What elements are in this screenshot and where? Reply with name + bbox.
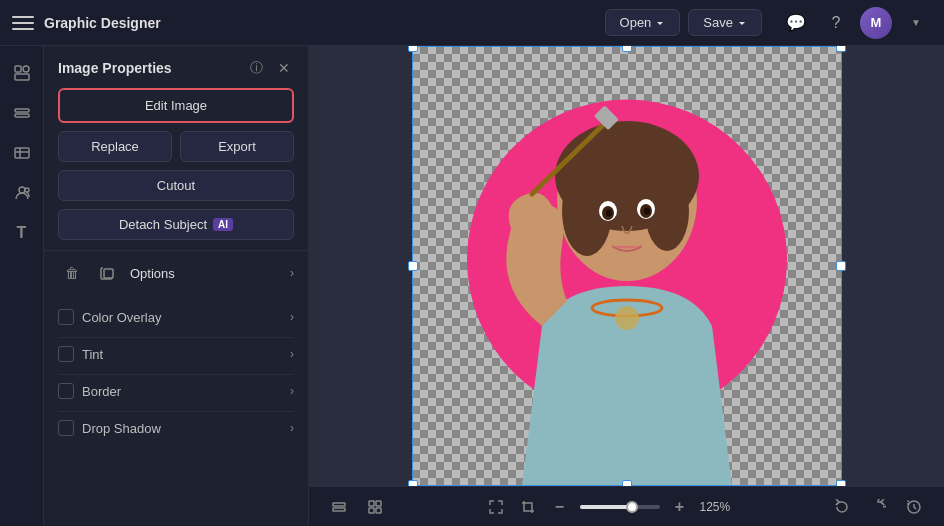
- border-chevron-icon: ›: [290, 384, 294, 398]
- bottom-left-controls: [325, 493, 389, 521]
- layers-icon-button[interactable]: [5, 96, 39, 130]
- properties-panel: Image Properties ⓘ ✕ Edit Image Replace …: [44, 46, 309, 526]
- canvas-frame: [412, 46, 842, 486]
- canvas-image: [412, 46, 842, 486]
- open-button[interactable]: Open: [605, 9, 681, 36]
- drop-shadow-label: Drop Shadow: [82, 421, 282, 436]
- canvas-workspace[interactable]: [309, 46, 944, 486]
- detach-subject-button[interactable]: Detach Subject AI: [58, 209, 294, 240]
- export-button[interactable]: Export: [180, 131, 294, 162]
- panel-actions: Edit Image Replace Export Cutout Detach …: [44, 88, 308, 250]
- topbar-buttons: Open Save: [605, 9, 762, 36]
- app-title: Graphic Designer: [44, 15, 595, 31]
- svg-rect-24: [333, 508, 345, 511]
- bottom-bar: − + 125%: [309, 486, 944, 526]
- svg-rect-27: [369, 508, 374, 513]
- svg-rect-26: [376, 501, 381, 506]
- info-icon-button[interactable]: ⓘ: [246, 58, 266, 78]
- topbar: Graphic Designer Open Save 💬 ? M ▼: [0, 0, 944, 46]
- svg-point-1: [23, 66, 29, 72]
- zoom-slider-container: − + 125%: [546, 493, 736, 521]
- panel-title: Image Properties: [58, 60, 238, 76]
- tint-label: Tint: [82, 347, 282, 362]
- cutout-button[interactable]: Cutout: [58, 170, 294, 201]
- topbar-icons: 💬 ? M ▼: [780, 7, 932, 39]
- svg-rect-4: [15, 114, 29, 117]
- bottom-center-controls: − + 125%: [482, 493, 736, 521]
- replace-export-row: Replace Export: [58, 131, 294, 162]
- zoom-slider-fill: [580, 505, 632, 509]
- edit-image-button[interactable]: Edit Image: [58, 88, 294, 123]
- delete-icon-button[interactable]: 🗑: [58, 259, 86, 287]
- crop-icon-button[interactable]: [514, 493, 542, 521]
- people-icon-button[interactable]: [5, 176, 39, 210]
- color-overlay-label: Color Overlay: [82, 310, 282, 325]
- svg-point-21: [606, 210, 612, 217]
- options-row: 🗑 Options ›: [44, 250, 308, 295]
- help-icon-button[interactable]: ?: [820, 7, 852, 39]
- svg-point-7: [25, 188, 29, 192]
- fullscreen-icon-button[interactable]: [482, 493, 510, 521]
- media-icon-button[interactable]: [5, 136, 39, 170]
- zoom-slider[interactable]: [580, 505, 660, 509]
- history-button[interactable]: [900, 493, 928, 521]
- chat-icon-button[interactable]: 💬: [780, 7, 812, 39]
- replace-button[interactable]: Replace: [58, 131, 172, 162]
- zoom-value: 125%: [700, 500, 736, 514]
- svg-rect-25: [369, 501, 374, 506]
- svg-rect-2: [15, 74, 29, 80]
- svg-rect-28: [376, 508, 381, 513]
- avatar[interactable]: M: [860, 7, 892, 39]
- shapes-icon-button[interactable]: [5, 56, 39, 90]
- sidebar-icons: T: [0, 46, 44, 526]
- zoom-in-button[interactable]: +: [666, 493, 694, 521]
- svg-point-6: [19, 187, 25, 193]
- drop-shadow-chevron-icon: ›: [290, 421, 294, 435]
- undo-button[interactable]: [828, 493, 856, 521]
- canvas-area: − + 125%: [309, 46, 944, 526]
- svg-rect-5: [15, 148, 29, 158]
- redo-button[interactable]: [864, 493, 892, 521]
- property-checkboxes: Color Overlay › Tint › Border › Drop Sha…: [44, 295, 308, 450]
- tint-chevron-icon: ›: [290, 347, 294, 361]
- layers-bottom-icon-button[interactable]: [325, 493, 353, 521]
- zoom-slider-thumb: [626, 501, 638, 513]
- drop-shadow-row: Drop Shadow ›: [58, 411, 294, 444]
- color-overlay-row: Color Overlay ›: [58, 301, 294, 333]
- close-panel-button[interactable]: ✕: [274, 58, 294, 78]
- grid-bottom-icon-button[interactable]: [361, 493, 389, 521]
- ai-badge: AI: [213, 218, 233, 231]
- drop-shadow-checkbox[interactable]: [58, 420, 74, 436]
- account-chevron-icon[interactable]: ▼: [900, 7, 932, 39]
- svg-point-16: [615, 306, 639, 330]
- tint-checkbox[interactable]: [58, 346, 74, 362]
- main-area: T Image Properties ⓘ ✕ Edit Image Replac…: [0, 46, 944, 526]
- menu-icon[interactable]: [12, 12, 34, 34]
- tint-row: Tint ›: [58, 337, 294, 370]
- color-overlay-chevron-icon: ›: [290, 310, 294, 324]
- svg-point-22: [644, 208, 650, 215]
- svg-rect-8: [104, 269, 113, 278]
- zoom-out-button[interactable]: −: [546, 493, 574, 521]
- svg-rect-0: [15, 66, 21, 72]
- border-checkbox[interactable]: [58, 383, 74, 399]
- border-row: Border ›: [58, 374, 294, 407]
- options-label: Options: [130, 266, 282, 281]
- options-chevron-icon: ›: [290, 266, 294, 280]
- person-svg: [412, 46, 842, 486]
- svg-rect-3: [15, 109, 29, 112]
- save-button[interactable]: Save: [688, 9, 762, 36]
- border-label: Border: [82, 384, 282, 399]
- svg-rect-23: [333, 503, 345, 506]
- bottom-right-controls: [828, 493, 928, 521]
- duplicate-icon-button[interactable]: [94, 259, 122, 287]
- panel-header: Image Properties ⓘ ✕: [44, 46, 308, 88]
- color-overlay-checkbox[interactable]: [58, 309, 74, 325]
- text-icon-button[interactable]: T: [5, 216, 39, 250]
